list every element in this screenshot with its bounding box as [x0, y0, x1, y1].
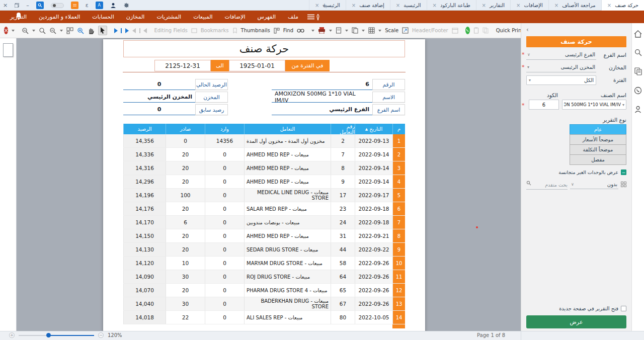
page-nav-next[interactable]	[125, 28, 129, 33]
col-header-incoming[interactable]: وارد	[205, 124, 244, 134]
thumbnails-icon[interactable]	[274, 28, 280, 34]
col-header-ref[interactable]: رقم التعامل	[331, 124, 355, 134]
branch-select[interactable]: الفرع الرئيسى∨	[526, 50, 596, 60]
advanced-search-input[interactable]	[526, 181, 568, 190]
documents-icon[interactable]	[634, 67, 642, 75]
table-row[interactable]: 12 2022-09-26 65 مبيعات - PHARMA DRUG ST…	[123, 284, 405, 297]
user-icon[interactable]	[634, 106, 641, 113]
page-nav-prev[interactable]	[132, 28, 136, 33]
menu-item[interactable]: العملاء و الموردين	[33, 14, 86, 20]
col-header-outgoing[interactable]: صادر	[166, 124, 205, 134]
dropdown-caret[interactable]	[311, 30, 314, 32]
table-row[interactable]: 1 2022-09-13 2 مخزون أول المدة - مخزون أ…	[123, 134, 405, 148]
table-row[interactable]: 11 2022-09-26 64 مبيعات - ROJ DRUG STORE…	[123, 270, 405, 284]
page-nav-last[interactable]	[114, 28, 122, 33]
item-select[interactable]: ▾ AMOXIZON 500MG 1*10 VIAL IM/IV	[562, 100, 626, 110]
zoom-in-button[interactable]: +	[9, 332, 15, 338]
tab-close-icon[interactable]: ×	[433, 3, 437, 8]
menu-item[interactable]: المخازن	[120, 14, 151, 20]
zoom-out-small-icon[interactable]	[49, 27, 56, 34]
dropdown-caret[interactable]	[32, 30, 35, 32]
table-row[interactable]: 4 2022-09-14 9 مبيعات - AHMED MED REP 0 …	[123, 175, 405, 189]
export-icon[interactable]	[352, 27, 358, 34]
zoom-out-icon[interactable]	[22, 27, 29, 34]
home-icon[interactable]	[634, 30, 642, 38]
menu-item[interactable]: المشتريات	[150, 14, 187, 20]
panel-collapse-chevron-icon[interactable]: ‹	[526, 23, 626, 36]
dropdown-caret[interactable]	[60, 30, 63, 32]
report-type-button[interactable]: مفصل	[570, 154, 626, 165]
menu-item[interactable]: الإضافات	[219, 14, 252, 20]
col-header-no[interactable]: م	[392, 124, 405, 134]
window-restore-icon[interactable]	[15, 3, 19, 8]
zoom-slider-knob[interactable]	[46, 333, 51, 337]
tab-close-icon[interactable]: ×	[396, 3, 400, 8]
warehouses-select[interactable]: المخزن الرئيسى▾	[526, 63, 596, 72]
table-row[interactable]: 14 2022-10-05 80 مبيعات - ALI SALES REP …	[123, 311, 405, 324]
dropdown-caret[interactable]	[329, 30, 332, 32]
page-nav-first[interactable]	[139, 28, 147, 33]
new-tab-button[interactable]: +	[317, 0, 332, 11]
table-row[interactable]: 6 2022-09-18 23 مبيعات - SALAR MED REP 0…	[123, 202, 405, 216]
tab-close-icon[interactable]: ×	[482, 3, 486, 8]
quick-print-button[interactable]: Quick Print	[496, 28, 523, 33]
document-tab[interactable]: مراجعة الأصناف ×	[548, 0, 601, 11]
tab-close-icon[interactable]: ×	[554, 3, 558, 8]
search-icon[interactable]	[36, 2, 44, 9]
whatsapp-icon[interactable]	[634, 87, 642, 95]
bell-icon[interactable]	[15, 12, 22, 20]
without-select[interactable]: بدون∨	[570, 180, 618, 189]
page-thumbnail[interactable]	[3, 43, 13, 57]
zoom-slider[interactable]	[19, 332, 94, 338]
col-header-balance[interactable]: الرصيد	[123, 124, 166, 134]
select-tool-icon[interactable]	[98, 26, 107, 35]
document-tab[interactable]: الإضافات ×	[510, 0, 548, 11]
document-tab[interactable]: طباعة الباركود ×	[427, 0, 476, 11]
table-row[interactable]: 5 2022-09-17 17 مبيعات - MEDICAL LINE DR…	[123, 189, 405, 202]
whatsapp-icon[interactable]	[465, 27, 470, 34]
table-row[interactable]: 8 2022-09-21 31 مبيعات - AHMED MED REP 0…	[123, 229, 405, 243]
report-type-button[interactable]: موضحاً الأسعار	[570, 134, 626, 145]
show-report-button[interactable]: عرض	[526, 315, 626, 328]
report-type-button[interactable]: عام	[570, 124, 626, 135]
grid-icon[interactable]	[368, 27, 375, 34]
report-type-button[interactable]: موضحاً التكلفة	[570, 144, 626, 155]
document-tab[interactable]: إضافة صنف ×	[346, 0, 390, 11]
col-header-transaction[interactable]: التعامل	[244, 124, 331, 134]
dropdown-caret[interactable]	[362, 30, 365, 32]
zoom-out-button[interactable]: −	[98, 332, 104, 338]
scale-icon[interactable]	[402, 27, 409, 34]
table-row[interactable]: 10 2022-09-26 58 مبيعات - MARYAM DRUG ST…	[123, 257, 405, 270]
search-icon[interactable]	[634, 49, 642, 56]
thumbnails-button[interactable]: Thumbnails	[241, 28, 270, 33]
period-select[interactable]: الكل▾	[526, 75, 596, 85]
new-page-checkbox[interactable]	[621, 306, 626, 311]
table-row[interactable]: 2 2022-09-14 7 مبيعات - AHMED MED REP 0 …	[123, 148, 405, 161]
units-checkbox[interactable]: −	[621, 169, 626, 175]
menu-item[interactable]: المبيعات	[187, 14, 218, 20]
table-row[interactable]: 9 2022-09-22 44 مبيعات - SEDAR DRUG STOR…	[123, 243, 405, 257]
table-row[interactable]: 3 2022-09-14 8 مبيعات - AHMED MED REP 0 …	[123, 161, 405, 175]
document-tab[interactable]: الرئيسية ×	[390, 0, 427, 11]
menu-item[interactable]: الحسابات	[86, 14, 120, 20]
hand-tool-icon[interactable]	[88, 27, 95, 34]
printer-settings-icon[interactable]	[318, 27, 326, 34]
col-header-date[interactable]: التاريخ▲	[355, 124, 392, 134]
tab-close-icon[interactable]: ×	[516, 3, 520, 8]
list-icon[interactable]	[71, 2, 78, 9]
dropdown-caret[interactable]	[345, 30, 348, 32]
tab-close-icon[interactable]: ×	[607, 3, 611, 8]
document-tab[interactable]: التقارير ×	[476, 0, 510, 11]
table-row[interactable]: 7 2022-09-18 24 مبيعات - بونصات مندوبين …	[123, 216, 405, 229]
new-page-checkbox-row[interactable]: فتح التقرير في صفحة جديدة	[526, 306, 626, 311]
find-icon[interactable]	[297, 28, 304, 33]
tab-close-icon[interactable]: ×	[352, 3, 356, 8]
window-close-button[interactable]: ×	[3, 2, 8, 9]
units-checkbox-row[interactable]: − عرض بالوحدات الغير متجانسة	[526, 169, 626, 175]
table-row[interactable]: 13 2022-09-26 67 مبيعات - BADERKHAN DRUG…	[123, 297, 405, 311]
dropdown-caret[interactable]	[12, 30, 15, 32]
user-icon[interactable]	[110, 3, 116, 9]
window-minimize-button[interactable]: –	[26, 2, 29, 9]
grid-options-icon[interactable]	[621, 182, 626, 187]
multipage-icon[interactable]	[66, 27, 73, 34]
